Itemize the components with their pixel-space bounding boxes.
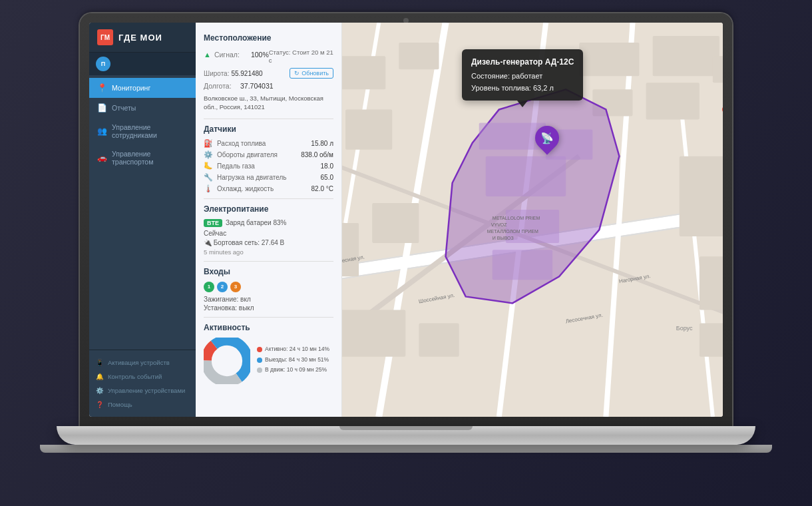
ignition-status: Зажигание: вкл [204,296,333,303]
status-text: Статус: Стоит 20 м 21 с [269,48,333,64]
refresh-icon: ↻ [294,70,300,77]
signal-info: ▲ Сигнал: 100% [204,51,269,59]
antenna-icon: 📡 [540,132,554,144]
svg-rect-25 [700,324,723,357]
sensor-fuel: ⛽ Расход топлива 15.80 л [204,139,333,148]
svg-rect-23 [419,324,459,357]
sensor-coolant: 🌡️ Охлажд. жидкость 82.0 °С [204,184,333,193]
svg-text:И ВЫВОЗ: И ВЫВОЗ [493,236,514,240]
battery-badge: BTE [204,219,222,227]
transport-icon: 🚗 [97,153,106,162]
signal-row: ▲ Сигнал: 100% Статус: Стоит 20 м 21 с [204,48,333,64]
svg-rect-20 [646,83,700,119]
activity-section: Активность [204,323,333,384]
lat-row: Широта: 55.921480 [204,69,263,77]
location-title: Местоположение [204,33,333,43]
sensors-title: Датчики [204,125,333,134]
svg-rect-28 [680,156,723,236]
svg-rect-15 [399,43,439,69]
svg-rect-18 [653,36,719,76]
laptop-screen-frame: ГМ ГДЕ МОИ П 📍 Мониторинг 📄 [80,13,732,426]
pie-container: Активно: 24 ч 10 мн 14% Выезды: 84 ч 30 … [204,338,333,384]
devices-icon: ⚙️ [96,387,104,394]
board-net-row: 🔌 Бортовая сеть: 27.64 В [204,239,333,246]
svg-point-2 [206,340,248,381]
svg-rect-31 [506,210,559,243]
svg-text:METALLOLOM PRIEM: METALLOLOM PRIEM [493,216,540,220]
time-label: Сейчас [204,230,333,237]
nav-item-monitoring[interactable]: 📍 Мониторинг [89,78,196,98]
screen: ГМ ГДЕ МОИ П 📍 Мониторинг 📄 [89,23,723,417]
sidebar: ГМ ГДЕ МОИ П 📍 Мониторинг 📄 [89,23,196,417]
footer-activate[interactable]: 📱 Активация устройств [89,356,196,370]
svg-rect-21 [713,56,723,83]
rpm-icon: ⚙️ [204,150,213,159]
nav-item-employees[interactable]: 👥 Управление сотрудниками [89,118,196,144]
throttle-icon: 🦶 [204,162,213,170]
laptop-wrapper: ГМ ГДЕ МОИ П 📍 Мониторинг 📄 [40,13,772,493]
tooltip-title: Дизель-генератор АД-12С [471,56,574,69]
svg-rect-22 [342,310,405,356]
sidebar-user[interactable]: П [89,53,196,75]
input-circles: 1 2 3 [204,282,333,292]
employees-icon: 👥 [97,126,106,136]
input-circle-2: 2 [217,282,228,292]
input-circle-1: 1 [204,282,214,292]
power-title: Электропитание [204,204,333,214]
sidebar-nav: 📍 Мониторинг 📄 Отчеты 👥 Управление сотру… [89,75,196,350]
address: Волковское ш., 33, Мытищи, Московская об… [204,94,333,112]
svg-rect-27 [372,203,419,243]
legend-item-drives: Выезды: 84 ч 30 мн 51% [257,356,329,365]
footer-help[interactable]: ❓ Помощь [89,397,196,411]
laptop-base [57,426,755,445]
activate-icon: 📱 [96,359,104,366]
svg-rect-16 [345,109,392,149]
update-button[interactable]: ↻ Обновить [290,68,333,79]
nav-item-reports[interactable]: 📄 Отчеты [89,98,196,118]
user-avatar: П [96,57,110,71]
sensor-rpm: ⚙️ Обороты двигателя 838.0 об/м [204,150,333,159]
legend: Активно: 24 ч 10 мн 14% Выезды: 84 ч 30 … [257,345,329,376]
laptop-bottom [40,445,772,453]
svg-text:МЕТАЛЛОЛОМ ПРИЕМ: МЕТАЛЛОЛОМ ПРИЕМ [487,229,538,234]
tooltip-arrow [517,101,528,107]
tooltip-line1: Состояние: работает [471,71,574,83]
svg-rect-26 [342,223,359,276]
activity-title: Активность [204,323,333,332]
help-icon: ❓ [96,401,104,408]
pie-chart [204,338,250,384]
events-icon: 🔔 [96,373,104,380]
board-net-icon: 🔌 [204,239,212,246]
nav-item-transport[interactable]: 🚗 Управление транспортом [89,144,196,171]
svg-rect-17 [579,43,639,76]
sensor-throttle: 🦶 Педаль газа 18.0 [204,162,333,170]
sidebar-header: ГМ ГДЕ МОИ [89,23,196,53]
footer-events[interactable]: 🔔 Контроль событий [89,370,196,383]
inputs-title: Входы [204,267,333,276]
map-area[interactable]: ООО "Stroyptiсhka" Institut Teor. Борус … [342,23,723,417]
install-status: Установка: выкл [204,304,333,312]
battery-row: BTE Заряд батареи 83% [204,219,333,227]
legend-dot-active [257,347,262,352]
reports-icon: 📄 [97,103,106,113]
footer-devices[interactable]: ⚙️ Управление устройствами [89,383,196,397]
tooltip-line2: Уровень топлива: 63,2 л [471,83,574,95]
svg-rect-30 [486,156,566,196]
legend-item-moving: В движ: 10 ч 09 мн 25% [257,366,329,375]
svg-rect-34 [493,250,552,280]
legend-dot-drives [257,358,262,363]
svg-text:VYVOZ: VYVOZ [491,222,507,227]
legend-item-active: Активно: 24 ч 10 мн 14% [257,345,329,354]
sidebar-footer: 📱 Активация устройств 🔔 Контроль событий… [89,350,196,417]
lon-row: Долгота: 37.704031 [204,82,333,90]
logo-icon: ГМ [97,29,113,45]
logo-text: ГДЕ МОИ [118,33,162,43]
coolant-icon: 🌡️ [204,184,213,193]
load-icon: 🔧 [204,173,213,182]
svg-rect-24 [700,256,723,310]
signal-icon: ▲ [204,51,211,59]
fuel-icon: ⛽ [204,139,213,148]
sensor-load: 🔧 Нагрузка на двигатель 65.0 [204,173,333,182]
info-panel: Местоположение ▲ Сигнал: 100% Статус: Ст… [196,23,342,417]
svg-text:Борус: Борус [676,325,693,332]
